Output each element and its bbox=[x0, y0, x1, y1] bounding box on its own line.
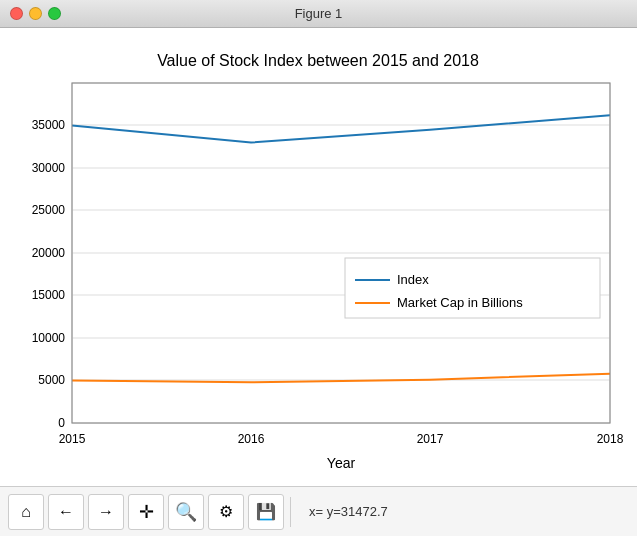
save-icon: 💾 bbox=[256, 502, 276, 521]
config-icon: ⚙ bbox=[219, 502, 233, 521]
forward-button[interactable]: → bbox=[88, 494, 124, 530]
xtick-2017: 2017 bbox=[417, 432, 444, 446]
window-title: Figure 1 bbox=[295, 6, 343, 21]
window-controls bbox=[10, 7, 61, 20]
ytick-15000: 15000 bbox=[32, 288, 66, 302]
toolbar: ⌂ ← → ✛ 🔍 ⚙ 💾 x= y=31472.7 bbox=[0, 486, 637, 536]
back-button[interactable]: ← bbox=[48, 494, 84, 530]
ytick-25000: 25000 bbox=[32, 203, 66, 217]
chart-svg: Value of Stock Index between 2015 and 20… bbox=[0, 28, 637, 486]
move-icon: ✛ bbox=[139, 501, 154, 523]
legend-index-label: Index bbox=[397, 272, 429, 287]
zoom-button[interactable]: 🔍 bbox=[168, 494, 204, 530]
close-button[interactable] bbox=[10, 7, 23, 20]
config-button[interactable]: ⚙ bbox=[208, 494, 244, 530]
maximize-button[interactable] bbox=[48, 7, 61, 20]
zoom-icon: 🔍 bbox=[175, 501, 197, 523]
home-button[interactable]: ⌂ bbox=[8, 494, 44, 530]
xtick-2015: 2015 bbox=[59, 432, 86, 446]
xtick-2018: 2018 bbox=[597, 432, 624, 446]
toolbar-separator bbox=[290, 497, 291, 527]
back-icon: ← bbox=[58, 503, 74, 521]
ytick-5000: 5000 bbox=[38, 373, 65, 387]
title-bar: Figure 1 bbox=[0, 0, 637, 28]
ytick-35000: 35000 bbox=[32, 118, 66, 132]
chart-title: Value of Stock Index between 2015 and 20… bbox=[157, 52, 479, 69]
save-button[interactable]: 💾 bbox=[248, 494, 284, 530]
coords-display: x= y=31472.7 bbox=[309, 504, 388, 519]
ytick-0: 0 bbox=[58, 416, 65, 430]
move-button[interactable]: ✛ bbox=[128, 494, 164, 530]
x-axis-label: Year bbox=[327, 455, 356, 471]
home-icon: ⌂ bbox=[21, 503, 31, 521]
ytick-20000: 20000 bbox=[32, 246, 66, 260]
xtick-2016: 2016 bbox=[238, 432, 265, 446]
ytick-10000: 10000 bbox=[32, 331, 66, 345]
minimize-button[interactable] bbox=[29, 7, 42, 20]
chart-container: Value of Stock Index between 2015 and 20… bbox=[0, 28, 637, 486]
forward-icon: → bbox=[98, 503, 114, 521]
ytick-30000: 30000 bbox=[32, 161, 66, 175]
legend-marketcap-label: Market Cap in Billions bbox=[397, 295, 523, 310]
